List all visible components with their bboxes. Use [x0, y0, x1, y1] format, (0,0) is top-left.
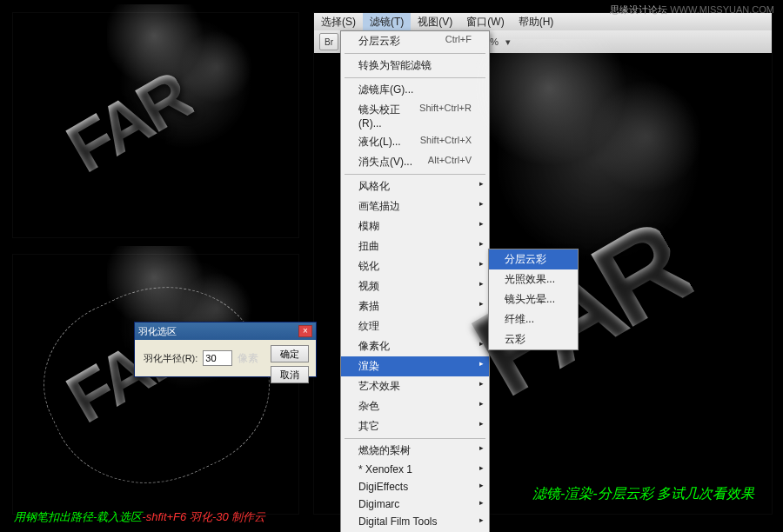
- mi-artistic[interactable]: 艺术效果▸: [341, 376, 489, 396]
- mi-render[interactable]: 渲染▸: [341, 356, 489, 376]
- filter-dropdown: 分层云彩Ctrl+F 转换为智能滤镜 滤镜库(G)... 镜头校正(R)...S…: [340, 30, 490, 532]
- render-submenu: 分层云彩 光照效果... 镜头光晕... 纤维... 云彩: [488, 249, 579, 350]
- mi-sharpen[interactable]: 锐化▸: [341, 256, 489, 276]
- unit-label: 像素: [238, 351, 258, 366]
- chevron-right-icon: ▸: [479, 399, 484, 408]
- menu-window[interactable]: 窗口(W): [459, 13, 511, 31]
- mi-liquify[interactable]: 液化(L)...Shift+Ctrl+X: [341, 132, 489, 152]
- separator: [345, 438, 485, 439]
- mi-last-filter[interactable]: 分层云彩Ctrl+F: [341, 31, 489, 51]
- mi-filter-gallery[interactable]: 滤镜库(G)...: [341, 80, 489, 100]
- mi-vanishing-point[interactable]: 消失点(V)...Alt+Ctrl+V: [341, 152, 489, 172]
- bridge-button[interactable]: Br: [319, 33, 338, 50]
- chevron-right-icon: ▸: [479, 498, 484, 507]
- mi-pixelate[interactable]: 像素化▸: [341, 336, 489, 356]
- menu-select[interactable]: 选择(S): [314, 13, 363, 31]
- watermark: 思缘设计论坛 WWW.MISSYUAN.COM: [610, 3, 774, 17]
- caption-left: 用钢笔扣出路径-载入选区-shfit+F6 羽化-30 制作云: [14, 509, 265, 525]
- feather-dialog: 羽化选区 × 羽化半径(R): 像素 确定 取消: [134, 322, 317, 377]
- mi-smart-filter[interactable]: 转换为智能滤镜: [341, 56, 489, 76]
- separator: [345, 174, 485, 175]
- dialog-titlebar[interactable]: 羽化选区 ×: [135, 323, 316, 340]
- separator: [345, 53, 485, 54]
- mi-digieffects[interactable]: DigiEffects▸: [341, 478, 489, 495]
- main-canvas-panel: 选择(S) 滤镜(T) 视图(V) 窗口(W) 帮助(H) Br ⬛ ▦ ▤ ✋…: [313, 12, 773, 515]
- mi-lighting-effects[interactable]: 光照效果...: [489, 269, 578, 289]
- mi-clouds[interactable]: 云彩: [489, 329, 578, 349]
- mi-distort[interactable]: 扭曲▸: [341, 236, 489, 256]
- chevron-right-icon: ▸: [479, 443, 484, 452]
- chevron-right-icon: ▸: [479, 481, 484, 489]
- mi-burning-pear[interactable]: 燃烧的梨树▸: [341, 441, 489, 461]
- menu-help[interactable]: 帮助(H): [512, 13, 561, 31]
- feather-radius-input[interactable]: [203, 350, 232, 366]
- mi-other[interactable]: 其它▸: [341, 416, 489, 436]
- feather-label: 羽化半径(R):: [144, 352, 197, 365]
- mi-brush-strokes[interactable]: 画笔描边▸: [341, 196, 489, 216]
- mi-blur[interactable]: 模糊▸: [341, 216, 489, 236]
- caption-right: 滤镜-渲染-分层云彩 多试几次看效果: [532, 485, 754, 503]
- mi-difference-clouds[interactable]: 分层云彩: [489, 249, 578, 269]
- preview-panel-top: FAR: [12, 12, 299, 238]
- chevron-right-icon: ▸: [479, 463, 484, 472]
- chevron-right-icon: ▸: [479, 379, 484, 388]
- preview-panel-bottom: FAR: [12, 254, 299, 515]
- close-icon[interactable]: ×: [298, 325, 312, 337]
- mi-lens-correction[interactable]: 镜头校正(R)...Shift+Ctrl+R: [341, 100, 489, 132]
- chevron-right-icon: ▸: [479, 515, 484, 524]
- chevron-right-icon: ▸: [479, 419, 484, 428]
- mi-xenofex[interactable]: * Xenofex 1▸: [341, 461, 489, 478]
- mi-fibers[interactable]: 纤维...: [489, 309, 578, 329]
- dialog-title: 羽化选区: [138, 325, 177, 338]
- separator: [345, 77, 485, 78]
- menu-view[interactable]: 视图(V): [411, 13, 459, 31]
- menu-filter[interactable]: 滤镜(T): [363, 13, 411, 31]
- cancel-button[interactable]: 取消: [271, 366, 309, 383]
- mi-lens-flare[interactable]: 镜头光晕...: [489, 289, 578, 309]
- ok-button[interactable]: 确定: [271, 345, 309, 362]
- mi-dft[interactable]: Digital Film Tools▸: [341, 513, 489, 530]
- mi-noise[interactable]: 杂色▸: [341, 396, 489, 416]
- mi-stylize[interactable]: 风格化▸: [341, 176, 489, 196]
- mi-digimarc[interactable]: Digimarc▸: [341, 495, 489, 513]
